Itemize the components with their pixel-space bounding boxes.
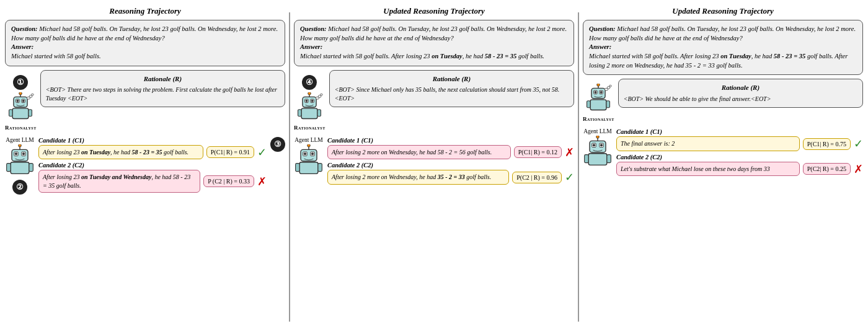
col2-c1-prob: P(C1| R) = 0.12 [514,146,562,158]
svg-rect-68 [607,155,611,163]
svg-point-28 [306,100,308,102]
svg-point-35 [321,94,323,95]
divider-2 [578,12,579,322]
col1-c1-mark: ✓ [257,146,267,159]
svg-point-65 [600,144,603,147]
col1-c1-text: After losing 23 on Tuesday, he had 58 - … [38,145,203,160]
svg-rect-21 [7,163,11,171]
badge-4: ④ [302,75,317,90]
svg-rect-66 [588,154,607,165]
badge-3: ③ [270,137,285,152]
badge-1: ① [13,75,28,90]
col2-q-label: Question: [300,25,328,32]
divider-1 [289,12,290,322]
col3-a-label: Answer: [589,43,611,50]
svg-rect-44 [296,163,300,171]
svg-point-5 [17,100,19,102]
col1-rationale-text: <BOT> There are two steps in solving the… [46,86,280,103]
col1-agent-container: Agent LLM ② [5,137,35,195]
col2-c2-text: After losing 2 more on Wednesday, he had… [327,170,509,185]
svg-rect-45 [318,163,322,171]
svg-rect-31 [298,109,302,116]
col3-c1-title: Candidate 1 (C1) [616,128,863,135]
col1-question-box: Question: Michael had 58 golf balls. On … [5,20,285,66]
col1-rationale-box: Rationale (R) <BOT> There are two steps … [40,70,285,107]
col1-c1-row: After losing 23 on Tuesday, he had 58 - … [38,145,267,160]
svg-point-18 [15,152,17,155]
svg-point-41 [304,152,306,155]
svg-point-64 [593,144,595,147]
rationale-robot-3-label: Rationalyst [583,116,614,122]
svg-point-14 [19,144,22,147]
col1-agent-label: Agent LLM [6,137,34,143]
col2-c2-prob: P(C2 | R) = 0.96 [512,172,562,183]
svg-point-60 [596,136,600,138]
col2-c1-row: After losing 2 more on Wednesday, he had… [327,145,574,160]
svg-rect-67 [585,155,589,163]
col3-rationale-title: Rationale (R) [624,83,857,92]
svg-point-58 [609,86,612,87]
col2-c2-row: After losing 2 more on Wednesday, he had… [327,170,574,185]
svg-point-19 [22,152,25,155]
svg-rect-9 [29,109,32,116]
svg-point-52 [600,91,603,94]
col2-rationale-box: Rationale (R) <BOT> Since Michael only h… [329,70,574,107]
svg-point-42 [311,152,314,155]
col1-q-text: Michael had 58 golf balls. On Tuesday, h… [11,25,278,42]
col3-rationale-box: Rationale (R) <BOT> We should be able to… [618,79,863,107]
svg-rect-32 [317,109,321,116]
col1-candidate-2: Candidate 2 (C2) After losing 23 on Tues… [38,162,267,193]
col1-c2-row: After losing 23 on Tuesday and Wednesday… [38,170,267,193]
col3-question-box: Question: Michael had 58 golf balls. On … [583,20,863,75]
col2-c1-text: After losing 2 more on Wednesday, he had… [327,145,511,160]
badge-2: ② [12,180,27,195]
col2-a-text: Michael started with 58 golf balls. Afte… [300,53,544,59]
agent-robot-2 [294,144,324,177]
col2-agent-container: Agent LLM [294,137,324,177]
agent-robot-3 [583,136,613,168]
svg-point-1 [19,92,22,95]
col2-a-label: Answer: [300,43,322,50]
col2-candidate-1: Candidate 1 (C1) After losing 2 more on … [327,137,574,160]
svg-point-6 [22,100,25,102]
col1-header: Reasoning Trajectory [5,6,285,16]
svg-point-37 [308,144,311,147]
svg-point-12 [32,94,34,95]
col1-agent-section: Agent LLM ② [5,137,285,195]
col3-a-text: Michael started with 58 golf balls. Afte… [589,53,848,69]
col1-q-label: Question: [11,25,39,32]
col2-rationale-title: Rationale (R) [335,74,569,84]
col2-candidates: Candidate 1 (C1) After losing 2 more on … [327,137,574,185]
col2-rationale-text: <BOT> Since Michael only has 35 balls, t… [335,86,569,103]
col2-c1-mark: ✗ [565,146,574,159]
col3-c2-mark: ✗ [854,162,863,176]
rationale-robot-3 [585,84,612,113]
column-3: Updated Reasoning Trajectory Question: M… [583,6,863,328]
col3-agent-section: Agent LLM Candidat [583,128,863,176]
col3-c1-prob: P(C1| R) = 0.75 [803,138,851,150]
col3-c2-title: Candidate 2 (C2) [616,154,863,160]
col2-question-box: Question: Michael had 58 golf balls. On … [294,20,574,66]
col3-c1-mark: ✓ [854,137,863,151]
svg-rect-53 [590,100,606,110]
col3-header: Updated Reasoning Trajectory [583,6,863,16]
rationale-robot-2 [296,92,323,122]
svg-rect-22 [29,163,33,171]
col3-c2-text: Let's substrate what Michael lose on the… [616,162,800,177]
col3-c1-text: The final answer is: 2 [616,136,800,151]
col3-agent-label: Agent LLM [583,128,612,134]
svg-rect-55 [606,101,610,108]
svg-rect-20 [11,162,29,174]
rationale-robot-2-label: Rationalyst [294,125,326,131]
col2-agent-section: Agent LLM Candidat [294,137,574,185]
svg-rect-43 [299,162,318,174]
col1-c2-text: After losing 23 on Tuesday and Wednesday… [38,170,200,193]
col1-c2-title: Candidate 2 (C2) [38,162,267,169]
col1-c2-mark: ✗ [257,175,267,188]
svg-point-24 [308,92,311,95]
col3-q-text: Michael had 58 golf balls. On Tuesday, h… [589,25,856,42]
col1-c2-prob: P (C2 | R) = 0.33 [203,175,254,187]
col3-c2-prob: P(C2| R) = 0.25 [803,163,851,175]
column-1: Reasoning Trajectory Question: Michael h… [5,6,285,328]
col1-a-label: Answer: [11,43,33,50]
